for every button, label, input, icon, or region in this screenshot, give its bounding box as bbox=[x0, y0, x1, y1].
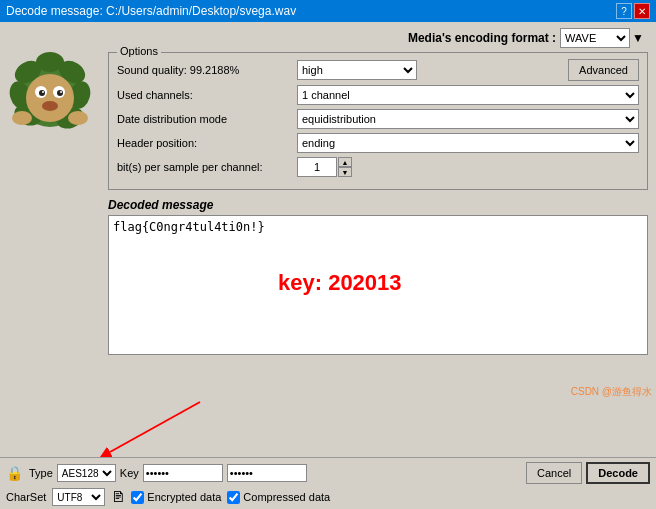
date-distribution-label: Date distribution mode bbox=[117, 113, 297, 125]
options-group: Options Sound quality: 99.2188% high med… bbox=[108, 52, 648, 190]
charset-label: CharSet bbox=[6, 491, 46, 503]
encoding-select[interactable]: WAVE bbox=[560, 28, 630, 48]
compressed-checkbox-label[interactable]: Compressed data bbox=[227, 491, 330, 504]
charset-select[interactable]: UTF8 ASCII UTF16 bbox=[52, 488, 105, 506]
date-distribution-control: equidistribution random bbox=[297, 109, 639, 129]
header-position-select[interactable]: ending beginning bbox=[297, 133, 639, 153]
key-confirm-input[interactable] bbox=[227, 464, 307, 482]
svg-line-21 bbox=[110, 402, 200, 452]
mascot-icon bbox=[8, 50, 93, 140]
title-bar-buttons: ? ✕ bbox=[616, 3, 650, 19]
bottom-row1: 🔒 Type AES128 AES256 DES Key Cancel Deco… bbox=[0, 458, 656, 486]
svg-point-13 bbox=[42, 91, 44, 93]
encoding-dropdown-arrow: ▼ bbox=[632, 31, 644, 45]
svg-point-15 bbox=[42, 101, 58, 111]
main-content: Media's encoding format : WAVE ▼ Options… bbox=[0, 22, 656, 457]
compressed-checkbox[interactable] bbox=[227, 491, 240, 504]
date-distribution-select[interactable]: equidistribution random bbox=[297, 109, 639, 129]
mascot-area bbox=[8, 50, 98, 180]
header-position-control: ending beginning bbox=[297, 133, 639, 153]
sound-quality-select[interactable]: high medium low bbox=[297, 60, 417, 80]
decoded-message-label: Decoded message bbox=[108, 198, 648, 212]
title-bar: Decode message: C:/Users/admin/Desktop/s… bbox=[0, 0, 656, 22]
svg-point-11 bbox=[39, 90, 45, 96]
date-distribution-row: Date distribution mode equidistribution … bbox=[117, 109, 639, 129]
decode-button[interactable]: Decode bbox=[586, 462, 650, 484]
bits-per-sample-control: ▲ ▼ bbox=[297, 157, 639, 177]
decoded-message-textarea[interactable]: flag{C0ngr4tul4ti0n!} bbox=[108, 215, 648, 355]
header-position-row: Header position: ending beginning bbox=[117, 133, 639, 153]
svg-point-16 bbox=[12, 111, 32, 125]
close-button[interactable]: ✕ bbox=[634, 3, 650, 19]
sound-quality-control: high medium low Advanced bbox=[297, 59, 639, 81]
svg-point-8 bbox=[26, 74, 74, 122]
used-channels-control: 1 channel 2 channels bbox=[297, 85, 639, 105]
arrow2-svg bbox=[100, 397, 220, 462]
sound-quality-row: Sound quality: 99.2188% high medium low … bbox=[117, 59, 639, 81]
used-channels-label: Used channels: bbox=[117, 89, 297, 101]
compressed-label: Compressed data bbox=[243, 491, 330, 503]
cancel-button[interactable]: Cancel bbox=[526, 462, 582, 484]
encrypted-label: Encrypted data bbox=[147, 491, 221, 503]
header-position-label: Header position: bbox=[117, 137, 297, 149]
svg-point-17 bbox=[68, 111, 88, 125]
spinner-down-button[interactable]: ▼ bbox=[338, 167, 352, 177]
options-legend: Options bbox=[117, 45, 161, 57]
bits-per-sample-label: bit(s) per sample per channel: bbox=[117, 161, 297, 173]
bottom-bar: 🔒 Type AES128 AES256 DES Key Cancel Deco… bbox=[0, 457, 656, 509]
encoding-label: Media's encoding format : bbox=[408, 31, 556, 45]
bits-per-sample-input[interactable] bbox=[297, 157, 337, 177]
decoded-section: Decoded message flag{C0ngr4tul4ti0n!} ke… bbox=[8, 198, 648, 358]
svg-point-14 bbox=[60, 91, 62, 93]
decoded-textarea-wrapper: flag{C0ngr4tul4ti0n!} key: 202013 bbox=[108, 215, 648, 358]
used-channels-row: Used channels: 1 channel 2 channels bbox=[117, 85, 639, 105]
type-label: Type bbox=[29, 467, 53, 479]
encrypted-checkbox-label[interactable]: Encrypted data bbox=[131, 491, 221, 504]
key-label: Key bbox=[120, 467, 139, 479]
charset-icon: 🖹 bbox=[111, 489, 125, 505]
type-select[interactable]: AES128 AES256 DES bbox=[57, 464, 116, 482]
window-title: Decode message: C:/Users/admin/Desktop/s… bbox=[6, 4, 296, 18]
advanced-button[interactable]: Advanced bbox=[568, 59, 639, 81]
sound-quality-label: Sound quality: 99.2188% bbox=[117, 64, 297, 76]
svg-point-12 bbox=[57, 90, 63, 96]
encoding-row: Media's encoding format : WAVE ▼ bbox=[8, 28, 648, 48]
spinner-buttons: ▲ ▼ bbox=[338, 157, 352, 177]
encrypted-checkbox[interactable] bbox=[131, 491, 144, 504]
lock-icon: 🔒 bbox=[6, 465, 23, 481]
spinner-up-button[interactable]: ▲ bbox=[338, 157, 352, 167]
bottom-buttons: Cancel Decode bbox=[526, 462, 650, 484]
watermark: CSDN @游鱼得水 bbox=[571, 385, 652, 399]
bits-per-sample-row: bit(s) per sample per channel: ▲ ▼ bbox=[117, 157, 639, 177]
key-input[interactable] bbox=[143, 464, 223, 482]
help-button[interactable]: ? bbox=[616, 3, 632, 19]
used-channels-select[interactable]: 1 channel 2 channels bbox=[297, 85, 639, 105]
bottom-row2: CharSet UTF8 ASCII UTF16 🖹 Encrypted dat… bbox=[0, 486, 656, 508]
